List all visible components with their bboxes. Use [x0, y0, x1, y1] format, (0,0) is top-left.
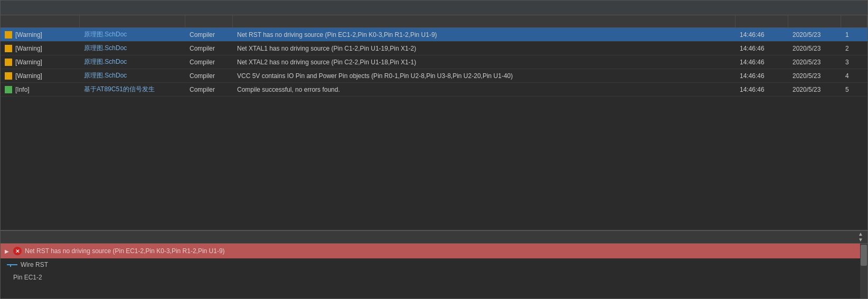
- cell-class: [Info]: [1, 83, 80, 96]
- cell-class: [Warning]: [1, 55, 80, 69]
- cell-date: 2020/5/23: [788, 28, 841, 41]
- table-row[interactable]: [Warning]原理图.SchDocCompilerNet RST has n…: [1, 28, 867, 42]
- col-header-source: [185, 15, 233, 27]
- cell-source: Compiler: [185, 83, 233, 96]
- cell-time: 14:46:46: [735, 55, 788, 69]
- cell-no: 1: [841, 28, 867, 41]
- col-header-date: [788, 15, 841, 27]
- cell-document: 原理图.SchDoc: [80, 69, 185, 82]
- bottom-pin-row: Pin EC1-2: [1, 271, 867, 284]
- bottom-wire-row: Wire RST: [1, 258, 867, 271]
- cell-class: [Warning]: [1, 42, 80, 55]
- cell-source: Compiler: [185, 28, 233, 41]
- cell-date: 2020/5/23: [788, 55, 841, 69]
- cell-source: Compiler: [185, 55, 233, 69]
- table-body: [Warning]原理图.SchDocCompilerNet RST has n…: [1, 28, 867, 230]
- bottom-content: ▶✕Net RST has no driving source (Pin EC1…: [1, 244, 867, 298]
- title-bar: [1, 1, 867, 15]
- bottom-scroll-controls: ▲ ▼: [858, 232, 863, 243]
- close-button[interactable]: [854, 3, 863, 13]
- bottom-error-text: Net RST has no driving source (Pin EC1-2…: [25, 247, 225, 255]
- cell-message: Compile successful, no errors found.: [233, 83, 735, 96]
- cell-source: Compiler: [185, 42, 233, 55]
- title-bar-right: [840, 3, 863, 13]
- table-row[interactable]: [Warning]原理图.SchDocCompilerVCC 5V contai…: [1, 69, 867, 83]
- cell-time: 14:46:46: [735, 69, 788, 82]
- cell-source: Compiler: [185, 69, 233, 82]
- table-row[interactable]: [Warning]原理图.SchDocCompilerNet XTAL1 has…: [1, 42, 867, 55]
- cell-class: [Warning]: [1, 69, 80, 82]
- cell-date: 2020/5/23: [788, 69, 841, 82]
- col-header-message: [233, 15, 735, 27]
- cell-message: VCC 5V contains IO Pin and Power Pin obj…: [233, 69, 735, 82]
- col-header-time: [735, 15, 788, 27]
- wire-icon: [7, 262, 17, 267]
- cell-no: 4: [841, 69, 867, 82]
- scroll-up-btn[interactable]: ▲: [858, 232, 863, 237]
- cell-time: 14:46:46: [735, 83, 788, 96]
- pin-button[interactable]: [840, 3, 850, 13]
- col-header-class: [1, 15, 80, 27]
- cell-document: 原理图.SchDoc: [80, 28, 185, 41]
- warning-icon: [5, 72, 12, 80]
- col-header-document: [80, 15, 185, 27]
- bottom-header: ▲ ▼: [1, 231, 867, 244]
- cell-time: 14:46:46: [735, 42, 788, 55]
- bottom-error-row[interactable]: ▶✕Net RST has no driving source (Pin EC1…: [1, 244, 867, 258]
- cell-no: 2: [841, 42, 867, 55]
- class-label: [Warning]: [15, 31, 42, 38]
- wire-label: Wire RST: [21, 261, 48, 268]
- cell-document: 基于AT89C51的信号发生: [80, 83, 185, 96]
- scrollbar-thumb: [861, 245, 867, 266]
- info-icon: [5, 86, 12, 93]
- warning-icon: [5, 45, 12, 52]
- cell-date: 2020/5/23: [788, 83, 841, 96]
- col-header-no: [841, 15, 867, 27]
- main-panel: [Warning]原理图.SchDocCompilerNet RST has n…: [1, 15, 867, 230]
- table-header: [1, 15, 867, 28]
- cell-message: Net RST has no driving source (Pin EC1-2…: [233, 28, 735, 41]
- cell-message: Net XTAL1 has no driving source (Pin C1-…: [233, 42, 735, 55]
- cell-no: 5: [841, 83, 867, 96]
- cell-message: Net XTAL2 has no driving source (Pin C2-…: [233, 55, 735, 69]
- pin-label: Pin EC1-2: [13, 274, 42, 281]
- table-row[interactable]: [Warning]原理图.SchDocCompilerNet XTAL2 has…: [1, 55, 867, 69]
- class-label: [Warning]: [15, 45, 42, 52]
- messages-window: [Warning]原理图.SchDocCompilerNet RST has n…: [0, 0, 868, 299]
- error-circle-icon: ✕: [13, 247, 22, 255]
- cell-no: 3: [841, 55, 867, 69]
- cell-time: 14:46:46: [735, 28, 788, 41]
- class-label: [Info]: [15, 86, 30, 93]
- expand-icon[interactable]: ▶: [5, 248, 9, 254]
- class-label: [Warning]: [15, 59, 42, 66]
- cell-document: 原理图.SchDoc: [80, 55, 185, 69]
- warning-icon: [5, 59, 12, 66]
- scroll-down-btn[interactable]: ▼: [858, 237, 863, 243]
- class-label: [Warning]: [15, 72, 42, 80]
- cell-document: 原理图.SchDoc: [80, 42, 185, 55]
- table-row[interactable]: [Info]基于AT89C51的信号发生CompilerCompile succ…: [1, 83, 867, 97]
- cell-date: 2020/5/23: [788, 42, 841, 55]
- bottom-panel: ▲ ▼ ▶✕Net RST has no driving source (Pin…: [1, 230, 867, 298]
- bottom-scrollbar[interactable]: [860, 244, 867, 298]
- warning-icon: [5, 31, 12, 38]
- cell-class: [Warning]: [1, 28, 80, 41]
